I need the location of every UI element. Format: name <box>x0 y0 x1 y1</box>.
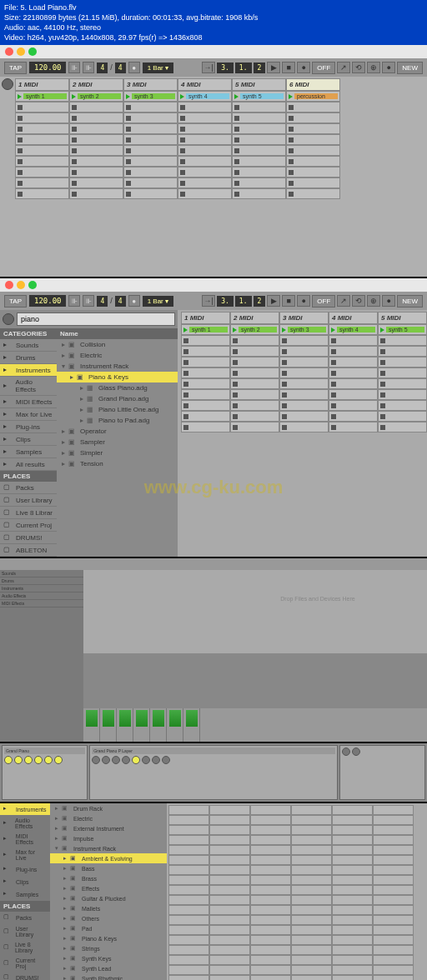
expand-icon[interactable]: ▸ <box>55 815 62 822</box>
empty-clip-slot[interactable] <box>291 885 332 895</box>
empty-clip-slot[interactable] <box>168 875 209 885</box>
empty-clip-slot[interactable] <box>123 156 178 167</box>
tree-item[interactable]: ▸▦Grand Piano.adg <box>57 393 178 404</box>
tree-item[interactable]: ▸▣Collision <box>57 339 178 350</box>
tree-item[interactable]: ▸▣Drum Rack <box>50 803 167 813</box>
empty-clip-slot[interactable] <box>332 875 373 885</box>
empty-clip-slot[interactable] <box>168 915 209 925</box>
empty-clip-slot[interactable] <box>378 335 427 346</box>
empty-clip-slot[interactable] <box>286 167 340 178</box>
empty-clip-slot[interactable] <box>123 145 178 156</box>
macro-knob[interactable] <box>44 756 53 764</box>
tree-item[interactable]: ▸▦Piano to Pad.adg <box>57 415 178 426</box>
empty-clip-slot[interactable] <box>250 825 291 835</box>
empty-clip-slot[interactable] <box>373 935 414 945</box>
empty-clip-slot[interactable] <box>373 875 414 885</box>
place-item[interactable]: ▢Live 8 Librar <box>0 507 57 519</box>
empty-clip-slot[interactable] <box>286 188 340 199</box>
empty-clip-slot[interactable] <box>232 178 286 188</box>
track-header[interactable]: 2 MIDI <box>69 78 123 91</box>
empty-clip-slot[interactable] <box>329 346 378 357</box>
category-plug-ins[interactable]: ▸Plug-ins <box>0 421 57 433</box>
clip-slot[interactable]: synth 3 <box>279 324 329 335</box>
expand-icon[interactable]: ▸ <box>63 925 70 932</box>
empty-clip-slot[interactable] <box>15 167 69 178</box>
empty-clip-slot[interactable] <box>209 905 250 915</box>
position-sixteenth[interactable]: 2 <box>254 62 266 73</box>
tree-item[interactable]: ▸▣Piano & Keys <box>50 933 167 943</box>
category-instruments[interactable]: ▸Instruments <box>0 364 57 377</box>
position-beat[interactable]: 1. <box>235 296 252 307</box>
parameter-knob[interactable] <box>112 756 120 764</box>
midi-track[interactable]: 5 MIDI synth 5 <box>232 78 286 199</box>
time-sig-denominator[interactable]: 4 <box>115 62 126 73</box>
midi-track[interactable]: 3 MIDI synth 3 <box>123 78 178 199</box>
place-item[interactable]: ▢Live 8 Library <box>0 940 50 956</box>
expand-icon[interactable]: ▸ <box>80 417 87 424</box>
empty-clip-slot[interactable] <box>373 845 414 855</box>
position-sixteenth[interactable]: 2 <box>254 296 266 307</box>
play-button[interactable]: ▶ <box>267 295 280 307</box>
category-instruments[interactable]: ▸Instruments <box>0 803 50 816</box>
parameter-knob[interactable] <box>132 756 140 764</box>
empty-clip-slot[interactable] <box>15 188 69 199</box>
category-clips[interactable]: ▸Clips <box>0 433 57 446</box>
empty-clip-slot[interactable] <box>373 805 414 815</box>
follow-icon[interactable]: →| <box>202 62 215 73</box>
tap-tempo-button[interactable]: TAP <box>4 62 27 74</box>
empty-clip-slot[interactable] <box>329 422 378 432</box>
macro-knob[interactable] <box>34 756 43 764</box>
category-audio-effects[interactable]: ▸Audio Effects <box>0 816 50 832</box>
play-icon[interactable] <box>18 94 22 99</box>
place-item[interactable]: ▢DRUMS! <box>0 972 50 980</box>
empty-clip-slot[interactable] <box>209 945 250 955</box>
empty-clip-slot[interactable] <box>232 188 286 199</box>
tree-item[interactable]: ▸▣Bass <box>50 863 167 873</box>
empty-clip-slot[interactable] <box>232 123 286 134</box>
instrument-device[interactable]: Grand Piano P Layer <box>89 745 338 800</box>
play-icon[interactable] <box>331 328 335 332</box>
tree-item[interactable]: ▸▣Piano & Keys <box>57 372 178 382</box>
tree-item[interactable]: ▸▣Electric <box>50 813 167 823</box>
mixer-channel[interactable] <box>183 708 200 742</box>
empty-clip-slot[interactable] <box>250 905 291 915</box>
category-max-for-live[interactable]: ▸Max for Live <box>0 408 57 421</box>
empty-clip-slot[interactable] <box>181 411 230 422</box>
empty-clip-slot[interactable] <box>123 134 178 145</box>
empty-clip-slot[interactable] <box>279 378 329 389</box>
position-bar[interactable]: 3. <box>217 62 234 73</box>
clip-slot[interactable]: synth 1 <box>181 324 230 335</box>
capture-icon[interactable]: ⊕ <box>367 295 380 307</box>
place-item[interactable]: ▢Current Proj <box>0 519 57 532</box>
empty-clip-slot[interactable] <box>181 357 230 368</box>
position-bar[interactable]: 3. <box>217 296 234 307</box>
empty-clip-slot[interactable] <box>291 905 332 915</box>
place-item[interactable]: ▢User Library <box>0 494 57 507</box>
empty-clip-slot[interactable] <box>329 335 378 346</box>
empty-clip-slot[interactable] <box>373 825 414 835</box>
clip-slot[interactable]: percussion <box>286 91 340 102</box>
empty-clip-slot[interactable] <box>332 815 373 825</box>
expand-icon[interactable]: ▸ <box>63 945 70 952</box>
empty-clip-slot[interactable] <box>329 389 378 400</box>
quantize-menu[interactable]: 1 Bar ▾ <box>143 296 173 307</box>
expand-icon[interactable]: ▾ <box>62 362 68 370</box>
empty-clip-slot[interactable] <box>69 188 123 199</box>
tree-item[interactable]: ▾▣Instrument Rack <box>50 843 167 853</box>
empty-clip-slot[interactable] <box>378 368 427 378</box>
empty-clip-slot[interactable] <box>291 915 332 925</box>
empty-clip-slot[interactable] <box>291 925 332 935</box>
midi-track[interactable]: 2 MIDI synth 2 <box>69 78 123 199</box>
empty-clip-slot[interactable] <box>279 346 329 357</box>
empty-clip-slot[interactable] <box>373 905 414 915</box>
empty-clip-slot[interactable] <box>178 156 232 167</box>
empty-clip-slot[interactable] <box>209 835 250 845</box>
clip-slot[interactable]: synth 4 <box>178 91 232 102</box>
empty-clip-slot[interactable] <box>286 178 340 188</box>
track-header[interactable]: 5 MIDI <box>378 312 427 324</box>
empty-clip-slot[interactable] <box>69 156 123 167</box>
empty-clip-slot[interactable] <box>181 389 230 400</box>
expand-icon[interactable]: ▸ <box>55 825 62 832</box>
parameter-knob[interactable] <box>352 748 360 756</box>
empty-clip-slot[interactable] <box>332 925 373 935</box>
